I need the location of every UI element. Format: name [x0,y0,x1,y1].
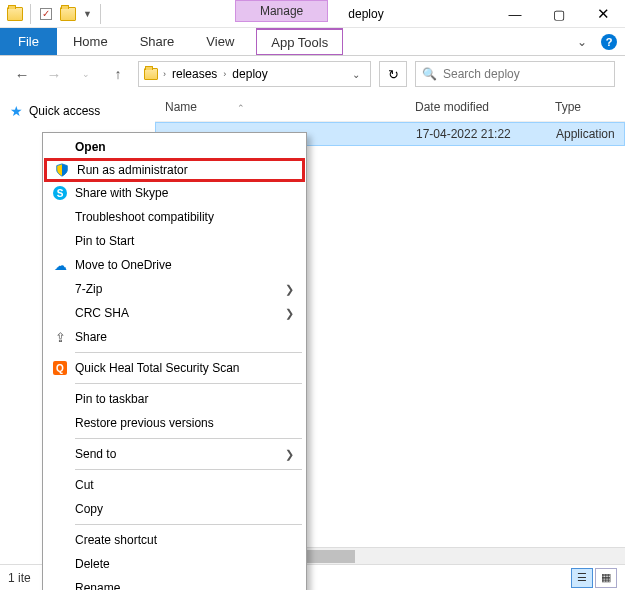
minimize-button[interactable]: ― [493,0,537,28]
sidebar-item-label: Quick access [29,104,100,118]
window-controls: ― ▢ ✕ [493,0,625,27]
column-header-date[interactable]: Date modified [415,100,555,114]
skype-icon: S [51,184,69,202]
tab-home[interactable]: Home [57,28,124,55]
search-input[interactable]: 🔍 Search deploy [415,61,615,87]
back-button[interactable]: ← [10,62,34,86]
menu-item-share-skype[interactable]: S Share with Skype [45,181,304,205]
chevron-right-icon: ❯ [285,307,294,320]
close-button[interactable]: ✕ [581,0,625,28]
menu-separator [75,383,302,384]
quickheal-icon: Q [51,359,69,377]
search-icon: 🔍 [422,67,437,81]
menu-separator [75,352,302,353]
tab-app-tools[interactable]: App Tools [256,28,343,55]
chevron-right-icon: ❯ [285,283,294,296]
menu-item-open[interactable]: Open [45,135,304,159]
folder-icon [4,3,26,25]
menu-item-move-onedrive[interactable]: ☁ Move to OneDrive [45,253,304,277]
address-dropdown-button[interactable]: ⌄ [344,69,368,80]
menu-item-rename[interactable]: Rename [45,576,304,590]
sort-indicator-icon: ⌃ [237,103,245,113]
chevron-right-icon[interactable]: › [161,69,168,79]
menu-item-cut[interactable]: Cut [45,473,304,497]
breadcrumb[interactable]: releases [168,62,221,86]
file-tab[interactable]: File [0,28,57,55]
menu-item-restore-versions[interactable]: Restore previous versions [45,411,304,435]
shield-icon [53,161,71,179]
status-text: 1 ite [8,571,31,585]
menu-item-crc-sha[interactable]: CRC SHA❯ [45,301,304,325]
search-placeholder: Search deploy [443,67,520,81]
file-date-cell: 17-04-2022 21:22 [416,127,556,141]
menu-separator [75,524,302,525]
sidebar-item-quick-access[interactable]: ★ Quick access [4,100,151,122]
recent-locations-button[interactable]: ⌄ [74,62,98,86]
address-bar[interactable]: › releases › deploy ⌄ [138,61,371,87]
ribbon-tabs: File Home Share View App Tools ⌄ ? [0,28,625,56]
menu-item-pin-start[interactable]: Pin to Start [45,229,304,253]
menu-item-delete[interactable]: Delete [45,552,304,576]
ribbon-expand-button[interactable]: ⌄ [571,35,593,49]
menu-item-share[interactable]: ⇪ Share [45,325,304,349]
tab-share[interactable]: Share [124,28,191,55]
menu-item-copy[interactable]: Copy [45,497,304,521]
menu-item-7zip[interactable]: 7-Zip❯ [45,277,304,301]
star-icon: ★ [10,103,23,119]
details-view-button[interactable]: ☰ [571,568,593,588]
column-header-name[interactable]: Name⌃ [155,100,415,114]
qat-customize-button[interactable]: ▼ [79,9,96,19]
folder-icon [141,68,161,80]
menu-item-run-as-administrator[interactable]: Run as administrator [44,158,305,182]
help-button[interactable]: ? [601,34,617,50]
chevron-right-icon[interactable]: › [221,69,228,79]
contextual-tab-header: Manage [235,0,328,22]
menu-item-troubleshoot[interactable]: Troubleshoot compatibility [45,205,304,229]
forward-button[interactable]: → [42,62,66,86]
window-title: deploy [348,7,383,21]
menu-separator [75,438,302,439]
new-folder-qat-button[interactable] [57,3,79,25]
menu-item-pin-taskbar[interactable]: Pin to taskbar [45,387,304,411]
title-bar: ✓ ▼ Manage deploy ― ▢ ✕ [0,0,625,28]
quick-access-toolbar: ✓ ▼ [0,0,105,27]
menu-item-quickheal-scan[interactable]: Q Quick Heal Total Security Scan [45,356,304,380]
menu-separator [75,469,302,470]
column-header-type[interactable]: Type [555,100,625,114]
breadcrumb[interactable]: deploy [228,62,271,86]
context-menu: Open Run as administrator S Share with S… [42,132,307,590]
share-icon: ⇪ [51,328,69,346]
navigation-bar: ← → ⌄ ↑ › releases › deploy ⌄ ↻ 🔍 Search… [0,56,625,92]
menu-item-create-shortcut[interactable]: Create shortcut [45,528,304,552]
tab-view[interactable]: View [190,28,250,55]
column-headers[interactable]: Name⌃ Date modified Type [155,92,625,122]
menu-item-send-to[interactable]: Send to❯ [45,442,304,466]
cloud-icon: ☁ [51,256,69,274]
up-button[interactable]: ↑ [106,62,130,86]
refresh-button[interactable]: ↻ [379,61,407,87]
maximize-button[interactable]: ▢ [537,0,581,28]
file-type-cell: Application [556,127,624,141]
properties-qat-button[interactable]: ✓ [35,3,57,25]
chevron-right-icon: ❯ [285,448,294,461]
large-icons-view-button[interactable]: ▦ [595,568,617,588]
